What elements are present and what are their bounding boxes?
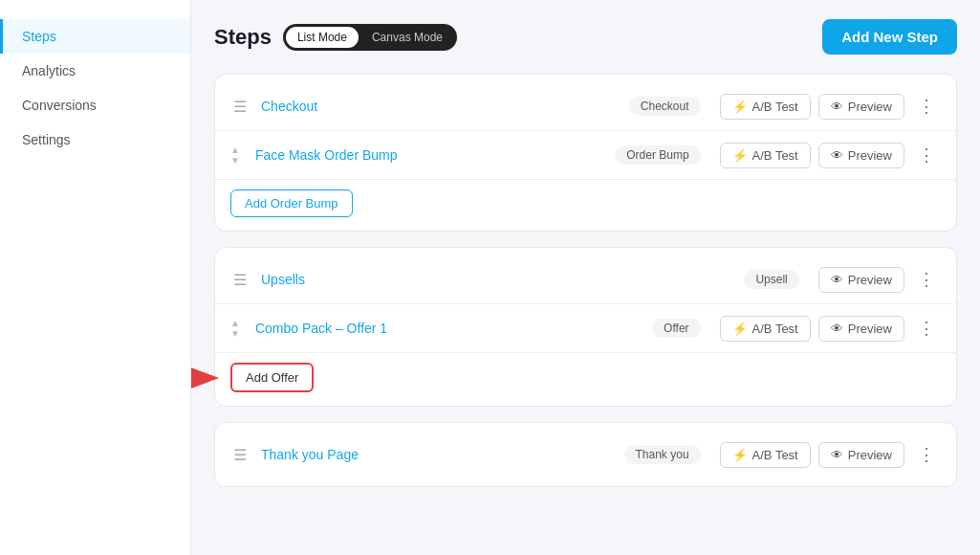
sort-icon: ▲ ▼ [230, 318, 240, 339]
step-badge-facemask: Order Bump [615, 145, 700, 165]
list-icon: ☰ [230, 446, 250, 464]
preview-button[interactable]: 👁 Preview [818, 316, 904, 342]
step-actions: ⚡ A/B Test 👁 Preview ⋮ [720, 440, 941, 469]
more-options-button[interactable]: ⋮ [912, 141, 941, 169]
step-badge-combo: Offer [652, 319, 700, 338]
step-name-thankyou[interactable]: Thank you Page [261, 447, 613, 462]
upsells-card: ☰ Upsells Upsell 👁 Preview ⋮ ▲ ▼ Combo P… [214, 247, 957, 407]
eye-icon: 👁 [831, 100, 843, 114]
red-arrow-annotation [191, 359, 226, 397]
ab-test-button[interactable]: ⚡ A/B Test [720, 94, 811, 120]
eye-icon: 👁 [831, 148, 843, 163]
eye-icon: 👁 [831, 448, 843, 462]
step-name-checkout[interactable]: Checkout [261, 99, 618, 114]
sidebar-item-label: Analytics [22, 63, 76, 78]
more-options-button[interactable]: ⋮ [912, 314, 941, 343]
step-badge-upsells: Upsell [744, 270, 798, 289]
card-footer: Add Order Bump [215, 180, 956, 223]
ab-test-icon: ⚡ [732, 148, 748, 163]
ab-test-icon: ⚡ [732, 448, 748, 462]
preview-button[interactable]: 👁 Preview [818, 442, 904, 468]
main-content: Steps List Mode Canvas Mode Add New Step… [191, 0, 980, 555]
ab-test-button[interactable]: ⚡ A/B Test [720, 316, 811, 342]
table-row: ☰ Checkout Checkout ⚡ A/B Test 👁 Preview… [215, 82, 956, 131]
table-row: ☰ Upsells Upsell 👁 Preview ⋮ [215, 255, 956, 304]
thankyou-card: ☰ Thank you Page Thank you ⚡ A/B Test 👁 … [214, 422, 957, 487]
list-mode-button[interactable]: List Mode [286, 27, 359, 48]
checkout-card: ☰ Checkout Checkout ⚡ A/B Test 👁 Preview… [214, 74, 957, 232]
ab-test-icon: ⚡ [732, 322, 748, 336]
add-offer-button[interactable]: Add Offer [230, 363, 314, 392]
ab-test-button[interactable]: ⚡ A/B Test [720, 143, 811, 168]
step-badge-thankyou: Thank you [624, 445, 701, 464]
table-row: ☰ Thank you Page Thank you ⚡ A/B Test 👁 … [215, 431, 956, 478]
ab-test-icon: ⚡ [732, 100, 748, 114]
add-order-bump-button[interactable]: Add Order Bump [230, 189, 353, 217]
canvas-mode-button[interactable]: Canvas Mode [360, 27, 454, 48]
add-new-step-button[interactable]: Add New Step [822, 19, 957, 55]
mode-toggle: List Mode Canvas Mode [283, 24, 457, 51]
sidebar-item-steps[interactable]: Steps [0, 19, 190, 54]
page-title: Steps [214, 25, 272, 50]
preview-button[interactable]: 👁 Preview [818, 267, 904, 293]
sidebar-item-label: Settings [22, 132, 71, 147]
step-name-combo[interactable]: Combo Pack – Offer 1 [255, 321, 641, 336]
sidebar-item-label: Steps [22, 29, 56, 44]
ab-test-button[interactable]: ⚡ A/B Test [720, 442, 811, 468]
step-name-facemask[interactable]: Face Mask Order Bump [255, 147, 603, 163]
preview-button[interactable]: 👁 Preview [818, 94, 904, 120]
step-actions: ⚡ A/B Test 👁 Preview ⋮ [720, 314, 941, 343]
step-actions: ⚡ A/B Test 👁 Preview ⋮ [720, 141, 941, 169]
more-options-button[interactable]: ⋮ [912, 92, 941, 121]
more-options-button[interactable]: ⋮ [912, 265, 941, 294]
step-badge-checkout: Checkout [629, 97, 701, 116]
step-name-upsells[interactable]: Upsells [261, 272, 732, 287]
list-icon: ☰ [230, 271, 250, 289]
list-icon: ☰ [230, 98, 250, 116]
sidebar-item-settings[interactable]: Settings [0, 122, 190, 157]
sidebar-item-conversions[interactable]: Conversions [0, 88, 190, 122]
sidebar-item-label: Conversions [22, 98, 97, 113]
step-actions: 👁 Preview ⋮ [818, 265, 941, 294]
sidebar-item-analytics[interactable]: Analytics [0, 54, 190, 88]
preview-button[interactable]: 👁 Preview [818, 143, 904, 168]
more-options-button[interactable]: ⋮ [912, 440, 941, 469]
header-left: Steps List Mode Canvas Mode [214, 24, 457, 51]
sidebar: Steps Analytics Conversions Settings [0, 0, 191, 555]
header: Steps List Mode Canvas Mode Add New Step [214, 19, 957, 55]
sort-icon: ▲ ▼ [230, 144, 240, 166]
eye-icon: 👁 [831, 273, 843, 287]
eye-icon: 👁 [831, 322, 843, 336]
table-row: ▲ ▼ Face Mask Order Bump Order Bump ⚡ A/… [215, 131, 956, 180]
table-row: ▲ ▼ Combo Pack – Offer 1 Offer ⚡ A/B Tes… [215, 304, 956, 353]
step-actions: ⚡ A/B Test 👁 Preview ⋮ [720, 92, 941, 121]
card-footer: Add Offer [215, 353, 956, 398]
